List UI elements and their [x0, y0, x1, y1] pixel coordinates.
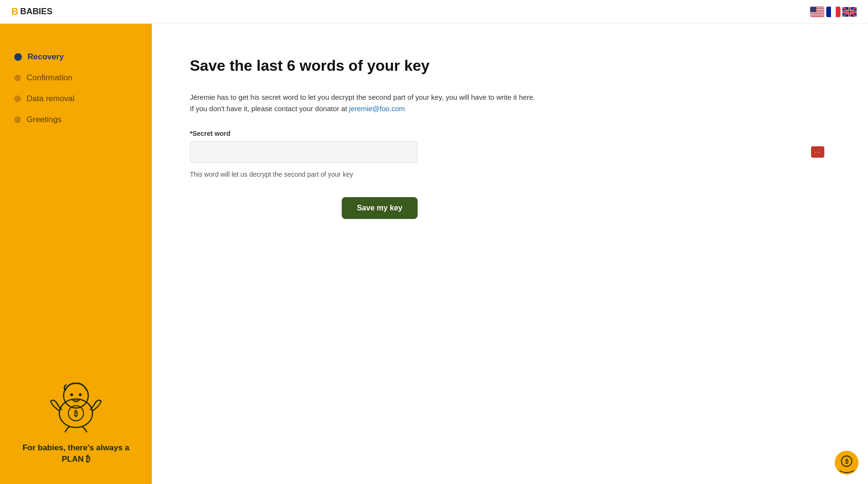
sidebar-dot-recovery	[14, 53, 22, 61]
secret-word-field: *Secret word ···	[190, 130, 830, 163]
sidebar-label-data-removal: Data removal	[27, 94, 75, 104]
sidebar-nav: Recovery Confirmation Data removal Greet…	[14, 52, 138, 124]
svg-rect-4	[810, 12, 824, 13]
svg-rect-8	[826, 7, 831, 17]
logo-b-letter: B	[11, 6, 18, 17]
description-part1: Jéremie has to get his secret word to le…	[190, 93, 535, 101]
svg-rect-5	[810, 14, 824, 15]
input-wrapper: ···	[190, 141, 830, 163]
svg-rect-6	[810, 15, 824, 16]
baby-illustration: ₿	[45, 373, 107, 435]
description-part2: If you don't have it, please contact you…	[190, 104, 349, 113]
sidebar: Recovery Confirmation Data removal Greet…	[0, 24, 152, 484]
sidebar-label-greetings: Greetings	[27, 115, 62, 124]
sidebar-dot-greetings	[14, 116, 21, 123]
svg-rect-9	[831, 7, 836, 17]
svg-point-16	[73, 399, 79, 403]
language-selector[interactable]	[810, 7, 857, 17]
password-toggle-icon[interactable]: ···	[811, 146, 824, 158]
page-title: Save the last 6 words of your key	[190, 57, 830, 75]
logo-text: BABIES	[20, 7, 52, 17]
main-layout: Recovery Confirmation Data removal Greet…	[0, 24, 868, 484]
flag-uk[interactable]	[842, 7, 857, 17]
donator-email-link[interactable]: jeremie@foo.com	[349, 104, 405, 113]
sidebar-label-confirmation: Confirmation	[27, 73, 72, 83]
sidebar-item-data-removal[interactable]: Data removal	[14, 94, 138, 104]
field-label: *Secret word	[190, 130, 830, 137]
save-key-button[interactable]: Save my key	[342, 197, 418, 219]
field-hint: This word will let us decrypt the second…	[190, 171, 830, 178]
secret-word-input[interactable]	[190, 141, 418, 163]
button-row: Save my key	[190, 197, 418, 219]
flag-fr[interactable]	[826, 7, 840, 17]
svg-point-15	[79, 393, 82, 396]
sidebar-tagline: For babies, there's always a PLAN ₿	[14, 442, 138, 465]
sidebar-item-confirmation[interactable]: Confirmation	[14, 73, 138, 83]
flag-us[interactable]	[810, 7, 824, 17]
description-text: Jéremie has to get his secret word to le…	[190, 92, 830, 114]
svg-rect-7	[810, 7, 816, 12]
svg-rect-10	[836, 7, 840, 17]
content-area: Save the last 6 words of your key Jéremi…	[152, 24, 868, 484]
header: B BABIES	[0, 0, 868, 24]
sidebar-dot-data-removal	[14, 95, 21, 102]
sidebar-dot-confirmation	[14, 75, 21, 81]
sidebar-label-recovery: Recovery	[28, 52, 64, 62]
sidebar-item-recovery[interactable]: Recovery	[14, 52, 138, 62]
sidebar-bottom: ₿ For babies, there's always a PLAN ₿	[14, 354, 138, 465]
svg-point-14	[70, 393, 73, 396]
svg-text:₿: ₿	[74, 409, 78, 418]
sidebar-item-greetings[interactable]: Greetings	[14, 115, 138, 124]
logo: B BABIES	[11, 6, 52, 17]
svg-text:₿: ₿	[845, 458, 849, 465]
footer-avatar[interactable]: ₿	[835, 451, 859, 475]
